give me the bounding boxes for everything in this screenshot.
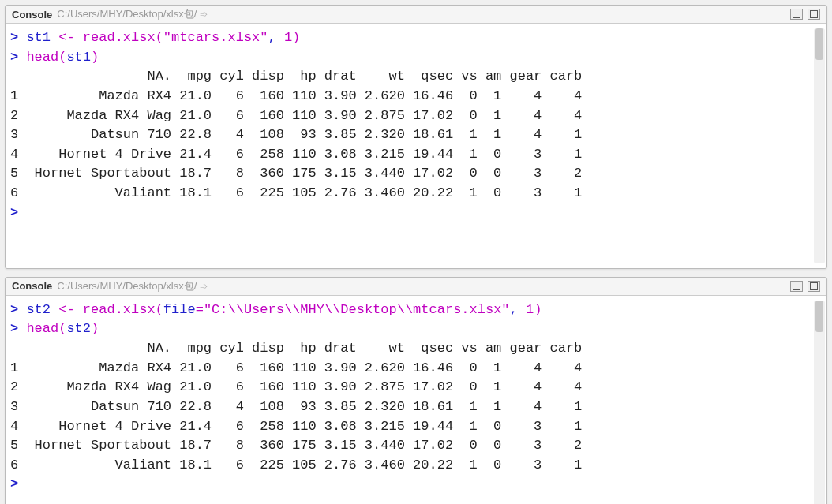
scrollbar-thumb[interactable]	[815, 28, 823, 60]
console-panel-2: Console C:/Users/MHY/Desktop/xlsx包/ ➾ > …	[5, 277, 827, 504]
console-header: Console C:/Users/MHY/Desktop/xlsx包/ ➾	[6, 6, 826, 24]
go-to-dir-icon[interactable]: ➾	[200, 281, 208, 292]
output-row: 4 Hornet 4 Drive 21.4 6 258 110 3.08 3.2…	[10, 147, 582, 162]
maximize-button[interactable]	[808, 281, 820, 292]
console-title: Console	[12, 280, 52, 292]
scrollbar[interactable]	[814, 301, 825, 504]
output-row: 2 Mazda RX4 Wag 21.0 6 160 110 3.90 2.87…	[10, 108, 582, 123]
console-body[interactable]: > st2 <- read.xlsx(file="C:\\Users\\MHY\…	[6, 296, 826, 504]
go-to-dir-icon[interactable]: ➾	[200, 9, 208, 20]
output-row: 6 Valiant 18.1 6 225 105 2.76 3.460 20.2…	[10, 457, 582, 472]
output-header-row: NA. mpg cyl disp hp drat wt qsec vs am g…	[10, 341, 582, 356]
console-panel-1: Console C:/Users/MHY/Desktop/xlsx包/ ➾ > …	[5, 5, 827, 269]
prompt: >	[10, 321, 26, 336]
output-row: 3 Datsun 710 22.8 4 108 93 3.85 2.320 18…	[10, 127, 582, 142]
minimize-button[interactable]	[790, 281, 803, 292]
output-row: 2 Mazda RX4 Wag 21.0 6 160 110 3.90 2.87…	[10, 379, 582, 394]
console-body[interactable]: > st1 <- read.xlsx("mtcars.xlsx", 1) > h…	[6, 24, 826, 268]
scrollbar-thumb[interactable]	[815, 301, 823, 332]
output-row: 1 Mazda RX4 21.0 6 160 110 3.90 2.620 16…	[10, 360, 582, 375]
minimize-button[interactable]	[790, 9, 803, 20]
console-header: Console C:/Users/MHY/Desktop/xlsx包/ ➾	[6, 278, 826, 296]
prompt[interactable]: >	[10, 205, 26, 220]
output-header-row: NA. mpg cyl disp hp drat wt qsec vs am g…	[10, 69, 582, 84]
prompt[interactable]: >	[10, 476, 26, 491]
prompt: >	[10, 30, 26, 45]
console-input-line: head(st2)	[26, 321, 99, 336]
prompt: >	[10, 302, 26, 317]
console-input-line: st2 <- read.xlsx(file="C:\\Users\\MHY\\D…	[26, 302, 542, 317]
window-controls	[790, 281, 820, 292]
console-input-line: head(st1)	[26, 50, 99, 65]
console-path: C:/Users/MHY/Desktop/xlsx包/	[57, 7, 197, 21]
output-row: 6 Valiant 18.1 6 225 105 2.76 3.460 20.2…	[10, 185, 582, 200]
scrollbar[interactable]	[814, 28, 825, 263]
console-path: C:/Users/MHY/Desktop/xlsx包/	[57, 279, 197, 293]
output-row: 5 Hornet Sportabout 18.7 8 360 175 3.15 …	[10, 166, 582, 181]
console-title: Console	[12, 9, 52, 21]
output-row: 1 Mazda RX4 21.0 6 160 110 3.90 2.620 16…	[10, 88, 582, 103]
console-input-line: st1 <- read.xlsx("mtcars.xlsx", 1)	[26, 30, 300, 45]
output-row: 4 Hornet 4 Drive 21.4 6 258 110 3.08 3.2…	[10, 419, 582, 434]
prompt: >	[10, 50, 26, 65]
maximize-button[interactable]	[808, 9, 820, 20]
output-row: 3 Datsun 710 22.8 4 108 93 3.85 2.320 18…	[10, 399, 582, 414]
output-row: 5 Hornet Sportabout 18.7 8 360 175 3.15 …	[10, 438, 582, 453]
window-controls	[790, 9, 820, 20]
